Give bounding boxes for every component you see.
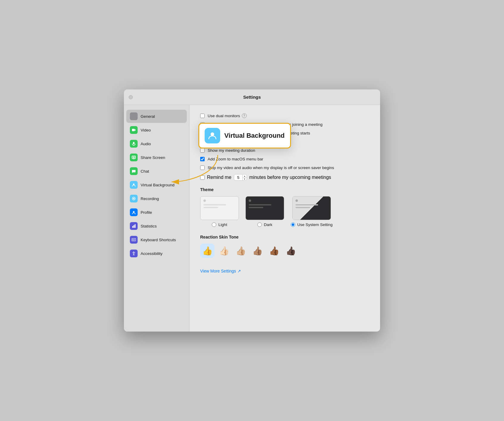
remind-spinner-arrows[interactable]: ▲ ▼ xyxy=(242,175,247,180)
general-icon xyxy=(130,112,138,120)
svg-point-17 xyxy=(133,252,134,253)
statistics-icon xyxy=(130,222,138,230)
remind-value-input[interactable] xyxy=(234,175,242,180)
audio-icon xyxy=(130,140,138,148)
remind-spinner[interactable]: ▲ ▼ xyxy=(234,174,247,181)
tooltip-icon xyxy=(205,128,220,143)
view-more-link[interactable]: View More Settings ↗ xyxy=(200,269,241,273)
theme-preview-dark xyxy=(245,196,284,220)
svg-point-5 xyxy=(133,184,135,185)
content-area: GeneralVideoAudioShare ScreenChatVirtual… xyxy=(124,105,380,332)
radio-system[interactable] xyxy=(291,222,295,227)
sidebar-label-chat: Chat xyxy=(141,169,149,174)
label-stop-video: Stop my video and audio when my display … xyxy=(208,165,334,170)
sidebar-item-sharescreen[interactable]: Share Screen xyxy=(126,151,187,164)
checkbox-row-duration: Show my meeting duration xyxy=(200,148,369,153)
vbg-icon xyxy=(130,181,138,189)
remind-increment[interactable]: ▲ xyxy=(243,175,247,178)
skin-tone-options: 👍 👍🏻 👍🏼 👍🏽 👍🏾 👍🏿 xyxy=(200,244,369,258)
checkbox-duration[interactable] xyxy=(200,148,205,153)
svg-point-7 xyxy=(133,198,135,199)
sidebar-item-vbg[interactable]: Virtual Background xyxy=(126,178,187,191)
theme-options: Light Dark xyxy=(200,196,369,227)
svg-rect-12 xyxy=(132,239,136,241)
tooltip-label: Virtual Background xyxy=(224,132,285,140)
sidebar-item-accessibility[interactable]: Accessibility xyxy=(126,247,187,260)
theme-option-light[interactable]: Light xyxy=(200,196,239,227)
skin-tone-5[interactable]: 👍🏿 xyxy=(284,244,298,258)
sidebar-item-video[interactable]: Video xyxy=(126,123,187,137)
remind-pre-label: Remind me xyxy=(207,175,231,180)
sidebar-item-general[interactable]: General xyxy=(126,110,187,123)
radio-row-system: Use System Setting xyxy=(291,222,333,227)
theme-label-dark: Dark xyxy=(264,222,273,227)
label-dual-monitors: Use dual monitors ? xyxy=(208,113,247,118)
theme-option-system[interactable]: Use System Setting xyxy=(291,196,333,227)
skin-tone-1[interactable]: 👍🏻 xyxy=(217,244,231,258)
sidebar-label-statistics: Statistics xyxy=(141,224,157,228)
label-menubar: Add Zoom to macOS menu bar xyxy=(208,157,263,161)
video-icon xyxy=(130,126,138,134)
skin-section-title: Reaction Skin Tone xyxy=(200,235,369,239)
checkbox-stop-video[interactable] xyxy=(200,165,205,170)
checkbox-menubar[interactable] xyxy=(200,157,205,161)
theme-preview-system xyxy=(292,196,331,220)
remind-me-row: Remind me ▲ ▼ minutes before my upcoming… xyxy=(200,174,369,181)
sidebar-label-audio: Audio xyxy=(141,142,151,146)
sidebar-item-statistics[interactable]: Statistics xyxy=(126,219,187,233)
radio-row-dark: Dark xyxy=(257,222,273,227)
remind-decrement[interactable]: ▼ xyxy=(243,178,247,180)
theme-label-light: Light xyxy=(218,222,227,227)
sidebar-label-sharescreen: Share Screen xyxy=(141,155,165,160)
svg-point-18 xyxy=(211,132,214,136)
sidebar-item-chat[interactable]: Chat xyxy=(126,165,187,178)
accessibility-icon xyxy=(130,250,138,257)
theme-preview-light xyxy=(200,196,239,220)
svg-rect-16 xyxy=(132,240,135,241)
window-title: Settings xyxy=(243,95,261,100)
sidebar-label-keyboard: Keyboard Shortcuts xyxy=(141,238,176,242)
svg-rect-0 xyxy=(132,129,135,131)
checkbox-row-stop-video: Stop my video and audio when my display … xyxy=(200,165,369,170)
sidebar-label-recording: Recording xyxy=(141,196,159,201)
svg-rect-14 xyxy=(133,239,134,240)
traffic-light[interactable] xyxy=(129,95,133,99)
view-more-icon: ↗ xyxy=(237,269,241,273)
remind-post-label: minutes before my upcoming meetings xyxy=(249,175,331,180)
sidebar-item-profile[interactable]: Profile xyxy=(126,206,187,219)
sidebar-label-accessibility: Accessibility xyxy=(141,251,163,256)
radio-dark[interactable] xyxy=(257,222,262,227)
checkbox-row-dual-monitors: Use dual monitors ? xyxy=(200,113,369,118)
checkbox-row-menubar: Add Zoom to macOS menu bar xyxy=(200,157,369,161)
svg-rect-11 xyxy=(135,224,136,228)
sidebar-item-audio[interactable]: Audio xyxy=(126,137,187,150)
skin-tone-3[interactable]: 👍🏽 xyxy=(250,244,265,258)
theme-option-dark[interactable]: Dark xyxy=(245,196,284,227)
svg-rect-13 xyxy=(132,239,133,240)
chat-icon xyxy=(130,167,138,175)
svg-rect-15 xyxy=(134,239,135,240)
checkbox-dual-monitors[interactable] xyxy=(200,114,205,118)
titlebar: Settings xyxy=(124,89,380,105)
sidebar-label-video: Video xyxy=(141,128,151,132)
skin-tone-4[interactable]: 👍🏾 xyxy=(267,244,281,258)
view-more-label: View More Settings xyxy=(200,269,236,273)
keyboard-icon xyxy=(130,236,138,244)
sharescreen-icon xyxy=(130,154,138,161)
sidebar-item-recording[interactable]: Recording xyxy=(126,192,187,205)
svg-rect-1 xyxy=(133,142,135,144)
help-icon-dual-monitors[interactable]: ? xyxy=(242,113,247,118)
radio-light[interactable] xyxy=(212,222,216,227)
settings-window: Settings GeneralVideoAudioShare ScreenCh… xyxy=(124,89,380,332)
checkbox-remind[interactable] xyxy=(200,175,205,180)
theme-label-system: Use System Setting xyxy=(297,222,333,227)
sidebar: GeneralVideoAudioShare ScreenChatVirtual… xyxy=(124,105,189,332)
svg-rect-10 xyxy=(133,225,134,228)
radio-row-light: Light xyxy=(212,222,227,227)
sidebar-label-profile: Profile xyxy=(141,210,152,215)
theme-section-title: Theme xyxy=(200,187,369,192)
sidebar-item-keyboard[interactable]: Keyboard Shortcuts xyxy=(126,233,187,246)
skin-tone-0[interactable]: 👍 xyxy=(200,244,214,258)
skin-tone-2[interactable]: 👍🏼 xyxy=(234,244,248,258)
sidebar-label-general: General xyxy=(141,114,155,119)
